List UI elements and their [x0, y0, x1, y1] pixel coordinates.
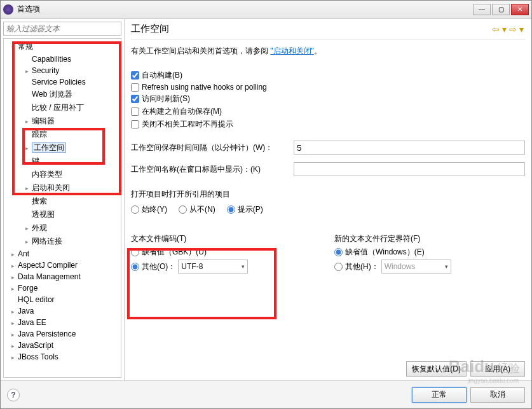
tree-item[interactable]: ▸网络连接	[4, 235, 121, 248]
save-interval-label: 工作空间保存时间间隔（以分钟计）(W)：	[131, 142, 290, 153]
sidebar: ▾常规Capabilities▸SecurityService Policies…	[1, 19, 125, 380]
tree-item[interactable]: ▸外观	[4, 221, 121, 235]
open-ref-radio[interactable]	[227, 205, 235, 214]
main-panel: 工作空间 ⇦▾⇨▾ 有关工作空间启动和关闭首选项，请参阅 "启动和关闭"。 自动…	[125, 19, 531, 380]
encoding-group: 文本文件编码(T) 缺省值（GBK）(U) 其他(O)： UTF-8	[131, 225, 322, 275]
tree-item[interactable]: ▸Ant	[4, 248, 121, 260]
tree-item[interactable]: 键	[4, 155, 121, 168]
description: 有关工作空间启动和关闭首选项，请参阅 "启动和关闭"。	[131, 46, 525, 57]
tree-item[interactable]: ▸Data Management	[4, 271, 121, 282]
tree-item[interactable]: ▸JavaScript	[4, 340, 121, 351]
startup-shutdown-link[interactable]: "启动和关闭"	[270, 46, 314, 55]
filter-input[interactable]	[3, 22, 121, 36]
delim-other-radio[interactable]	[334, 263, 343, 271]
tree-item[interactable]: Web 浏览器	[4, 88, 121, 101]
tree-item[interactable]: 跟踪	[4, 128, 121, 141]
open-ref-title: 打开项目时打开所引用的项目	[131, 189, 525, 200]
delimiter-group: 新的文本文件行定界符(F) 缺省值（Windows）(E) 其他(H)： Win…	[334, 225, 525, 275]
dialog-footer: ? 正常 取消	[1, 380, 531, 408]
encoding-other-radio[interactable]	[131, 263, 139, 271]
encoding-select[interactable]: UTF-8	[178, 260, 248, 274]
tree-item[interactable]: ▸Security	[4, 65, 121, 76]
option-checkbox[interactable]	[131, 95, 139, 103]
tree-item[interactable]: 比较 / 应用补丁	[4, 101, 121, 114]
close-button[interactable]: ✕	[511, 4, 529, 15]
save-interval-input[interactable]	[294, 141, 525, 155]
open-ref-radio[interactable]	[131, 205, 139, 214]
tree-item[interactable]: ▸JBoss Tools	[4, 351, 121, 363]
tree-item[interactable]: Service Policies	[4, 76, 121, 88]
tree-item[interactable]: HQL editor	[4, 294, 121, 305]
tree-item[interactable]: ▸Java Persistence	[4, 328, 121, 340]
tree-item[interactable]: ▸AspectJ Compiler	[4, 260, 121, 271]
tree-item[interactable]: 透视图	[4, 208, 121, 221]
apply-button[interactable]: 应用(A)	[470, 361, 525, 377]
delim-default-radio[interactable]	[334, 248, 343, 256]
tree-item[interactable]: 内容类型	[4, 168, 121, 181]
minimize-button[interactable]: ―	[473, 4, 491, 15]
tree-item[interactable]: ▸工作空间	[4, 141, 121, 155]
preference-tree[interactable]: ▾常规Capabilities▸SecurityService Policies…	[4, 40, 121, 363]
option-checkbox[interactable]	[131, 83, 139, 92]
tree-item[interactable]: Capabilities	[4, 53, 121, 65]
window-title: 首选项	[17, 4, 473, 15]
app-icon	[3, 4, 13, 15]
restore-defaults-button[interactable]: 恢复默认值(D)	[406, 361, 467, 377]
tree-item[interactable]: ▸Forge	[4, 282, 121, 294]
tree-item[interactable]: ▾常规	[4, 40, 121, 53]
option-checkbox[interactable]	[131, 120, 139, 128]
ok-button[interactable]: 正常	[412, 387, 467, 403]
option-checkbox[interactable]	[131, 71, 139, 80]
cancel-button[interactable]: 取消	[470, 387, 525, 403]
encoding-default-radio[interactable]	[131, 248, 139, 256]
tree-item[interactable]: ▸编辑器	[4, 114, 121, 128]
tree-item[interactable]: ▸Java	[4, 305, 121, 317]
titlebar: 首选项 ― ▢ ✕	[1, 1, 531, 18]
nav-arrows[interactable]: ⇦▾⇨▾	[491, 24, 525, 34]
workspace-name-label: 工作空间名称(在窗口标题中显示)：(K)	[131, 164, 290, 175]
workspace-name-input[interactable]	[294, 162, 525, 176]
tree-item[interactable]: ▸Java EE	[4, 317, 121, 328]
help-icon[interactable]: ?	[7, 389, 20, 401]
open-ref-radio[interactable]	[179, 205, 187, 214]
tree-item[interactable]: ▸启动和关闭	[4, 181, 121, 195]
page-title: 工作空间	[131, 23, 491, 35]
tree-item[interactable]: 搜索	[4, 195, 121, 208]
delim-select[interactable]: Windows	[381, 260, 451, 274]
option-checkbox[interactable]	[131, 107, 139, 116]
maximize-button[interactable]: ▢	[492, 4, 510, 15]
